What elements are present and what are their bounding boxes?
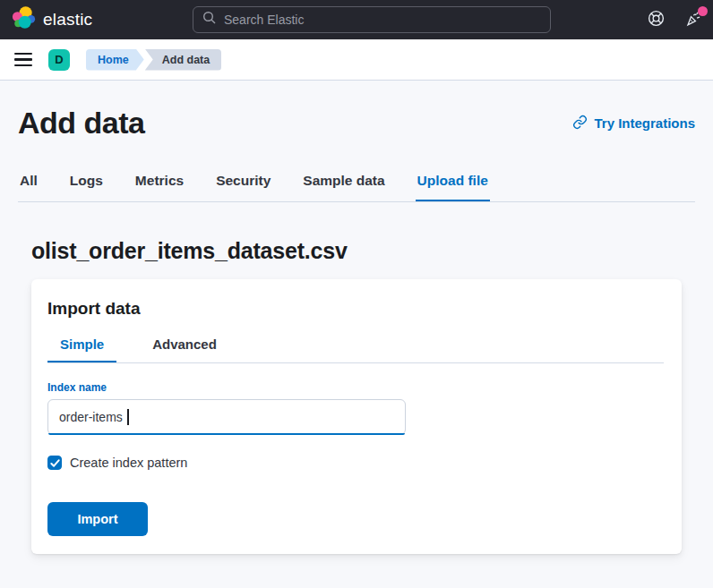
- elastic-logo-icon: [11, 5, 36, 34]
- tab-logs[interactable]: Logs: [68, 169, 105, 201]
- try-integrations-link[interactable]: Try Integrations: [572, 115, 695, 132]
- breadcrumb-bar: D Home Add data: [0, 39, 713, 81]
- elastic-logo-text: elastic: [43, 10, 92, 30]
- help-button[interactable]: [645, 9, 666, 30]
- try-integrations-label: Try Integrations: [594, 115, 695, 131]
- notification-dot: [698, 6, 708, 16]
- add-data-tabs: All Logs Metrics Security Sample data Up…: [18, 169, 695, 202]
- space-avatar[interactable]: D: [48, 49, 70, 71]
- import-mode-tabs: Simple Advanced: [47, 335, 664, 363]
- breadcrumb-home[interactable]: Home: [86, 49, 144, 71]
- search-icon: [202, 11, 217, 29]
- uploaded-file-name: olist_order_items_dataset.csv: [31, 238, 682, 264]
- menu-hamburger-button[interactable]: [14, 53, 32, 67]
- index-name-field: [47, 399, 406, 435]
- index-name-input[interactable]: [47, 399, 406, 435]
- search-input[interactable]: [224, 13, 541, 27]
- tab-all[interactable]: All: [18, 169, 39, 201]
- header-actions: [645, 0, 704, 39]
- global-search[interactable]: [193, 6, 551, 33]
- page-content: Add data Try Integrations All Logs Metri…: [0, 81, 713, 554]
- import-button[interactable]: Import: [47, 502, 148, 536]
- elastic-logo[interactable]: elastic: [0, 5, 92, 34]
- tab-security[interactable]: Security: [214, 169, 272, 201]
- tab-simple[interactable]: Simple: [47, 335, 116, 362]
- create-index-pattern-row[interactable]: Create index pattern: [47, 456, 664, 470]
- global-header: elastic: [0, 0, 713, 39]
- index-name-label: Index name: [47, 381, 664, 394]
- breadcrumb: Home Add data: [86, 49, 221, 71]
- help-life-buoy-icon: [647, 9, 666, 31]
- tab-advanced[interactable]: Advanced: [140, 335, 229, 362]
- newsfeed-button[interactable]: [683, 9, 704, 30]
- text-cursor: [127, 409, 129, 425]
- page-title: Add data: [18, 106, 144, 141]
- tab-metrics[interactable]: Metrics: [133, 169, 185, 201]
- link-icon: [572, 115, 588, 132]
- tab-upload-file[interactable]: Upload file: [416, 169, 490, 201]
- upload-file-section: olist_order_items_dataset.csv Import dat…: [18, 202, 695, 554]
- create-index-pattern-checkbox[interactable]: [47, 456, 62, 470]
- tab-sample-data[interactable]: Sample data: [301, 169, 386, 201]
- create-index-pattern-label[interactable]: Create index pattern: [70, 456, 187, 470]
- breadcrumb-add-data: Add data: [145, 49, 221, 71]
- import-data-title: Import data: [47, 299, 664, 319]
- import-data-card: Import data Simple Advanced Index name C…: [31, 279, 682, 554]
